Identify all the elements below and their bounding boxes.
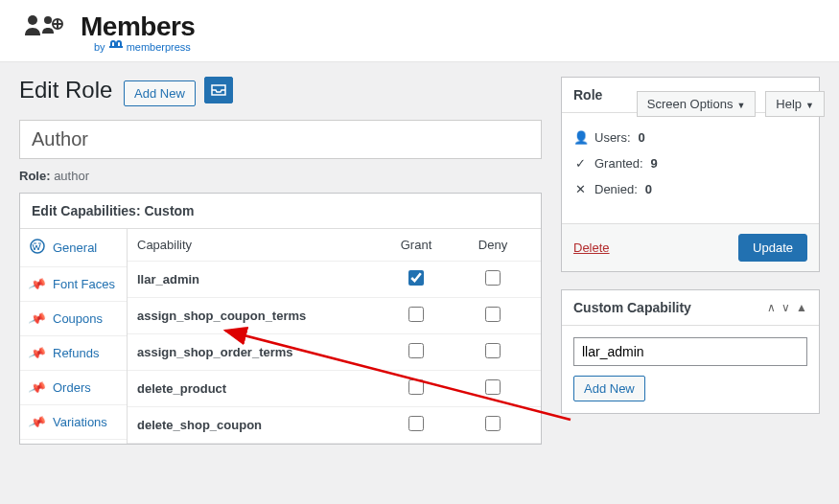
col-capability: Capability — [137, 238, 378, 252]
role-metabox-title: Role — [573, 87, 602, 103]
tab-font-faces[interactable]: 📌 Font Faces — [20, 267, 127, 302]
capability-tabs: General 📌 Font Faces 📌 Coupons 📌 Refunds — [20, 229, 128, 444]
thumbtack-icon: 📌 — [28, 275, 47, 294]
custom-capability-metabox: Custom Capability ∧ ∨ ▲ Add New — [561, 289, 820, 414]
logo-area: Members by memberpress — [0, 0, 839, 62]
help-button[interactable]: Help▼ — [765, 91, 825, 117]
capability-row: delete_shop_coupon — [128, 407, 541, 444]
denied-stat: ✕ Denied: 0 — [573, 176, 807, 202]
thumbtack-icon: 📌 — [28, 309, 47, 329]
deny-checkbox[interactable] — [485, 343, 501, 358]
svg-rect-4 — [57, 19, 58, 29]
grant-checkbox[interactable] — [408, 416, 424, 431]
capability-row: assign_shop_coupon_terms — [128, 298, 541, 334]
thumbtack-icon: 📌 — [28, 344, 47, 363]
svg-point-1 — [44, 16, 52, 24]
delete-role-link[interactable]: Delete — [573, 241, 610, 255]
tab-variations[interactable]: 📌 Variations — [20, 405, 127, 440]
by-prefix: by — [94, 41, 105, 53]
add-new-role-button[interactable]: Add New — [124, 80, 196, 106]
deny-checkbox[interactable] — [485, 270, 501, 286]
wordpress-icon — [30, 239, 45, 257]
grant-checkbox[interactable] — [408, 270, 424, 286]
svg-point-6 — [31, 240, 44, 253]
grant-checkbox[interactable] — [408, 343, 424, 358]
capability-row: delete_product — [128, 371, 541, 407]
tab-orders[interactable]: 📌 Orders — [20, 371, 127, 405]
capabilities-box: Edit Capabilities: Custom General 📌 Font… — [19, 193, 542, 445]
col-deny: Deny — [454, 238, 531, 252]
chevron-up-icon[interactable]: ∧ — [767, 301, 776, 314]
thumbtack-icon: 📌 — [28, 413, 47, 432]
by-name: memberpress — [127, 41, 191, 53]
svg-point-0 — [28, 15, 37, 25]
custom-capability-input[interactable] — [573, 337, 807, 366]
page-title: Edit Role — [19, 77, 112, 103]
grant-checkbox[interactable] — [408, 307, 424, 322]
inbox-button[interactable] — [204, 77, 233, 103]
capability-row: llar_admin — [128, 262, 541, 298]
col-grant: Grant — [378, 238, 454, 252]
chevron-down-icon[interactable]: ∨ — [781, 301, 790, 314]
x-icon: ✕ — [573, 182, 587, 196]
deny-checkbox[interactable] — [485, 307, 501, 322]
tab-refunds[interactable]: 📌 Refunds — [20, 336, 127, 371]
role-name-input[interactable] — [19, 120, 542, 159]
grant-checkbox[interactable] — [408, 379, 424, 395]
brand-name: Members — [81, 11, 195, 42]
capability-row: assign_shop_order_terms — [128, 334, 541, 371]
role-slug-label: Role: author — [19, 169, 542, 183]
add-capability-button[interactable]: Add New — [573, 376, 645, 401]
users-stat: 👤 Users: 0 — [573, 125, 807, 150]
tab-general[interactable]: General — [20, 229, 127, 267]
custom-capability-title: Custom Capability — [573, 300, 691, 315]
triangle-up-icon[interactable]: ▲ — [796, 301, 807, 314]
caret-down-icon: ▼ — [736, 101, 745, 110]
capabilities-header: Edit Capabilities: Custom — [20, 194, 541, 229]
tab-coupons[interactable]: 📌 Coupons — [20, 302, 127, 336]
deny-checkbox[interactable] — [485, 379, 501, 395]
screen-options-button[interactable]: Screen Options▼ — [637, 91, 757, 117]
thumbtack-icon: 📌 — [28, 378, 47, 398]
update-role-button[interactable]: Update — [738, 234, 807, 262]
deny-checkbox[interactable] — [485, 416, 501, 431]
granted-stat: ✓ Granted: 9 — [573, 150, 807, 176]
check-icon: ✓ — [573, 156, 587, 171]
caret-down-icon: ▼ — [805, 101, 814, 110]
members-logo-icon — [19, 12, 71, 42]
user-icon: 👤 — [573, 130, 587, 145]
memberpress-logo-icon — [109, 40, 123, 54]
